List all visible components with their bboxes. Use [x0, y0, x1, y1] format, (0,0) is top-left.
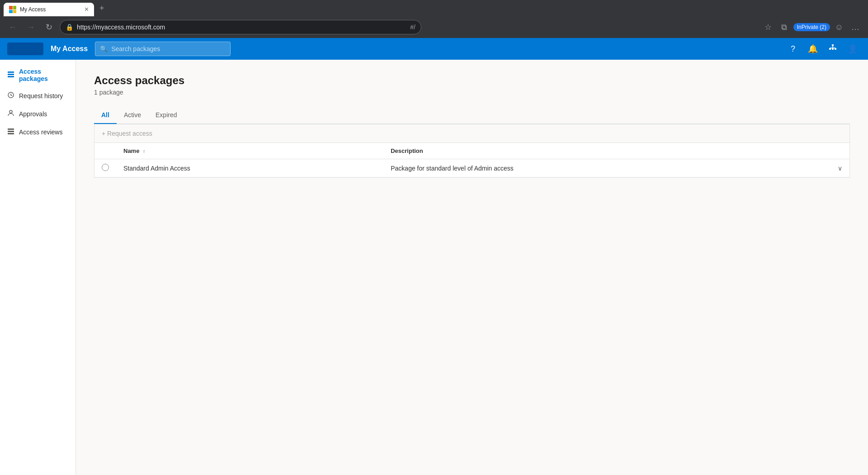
page-title: Access packages	[94, 74, 850, 87]
table-toolbar: + Request access	[94, 124, 849, 143]
tab-title: My Access	[20, 6, 81, 13]
new-tab-button[interactable]: +	[96, 2, 108, 15]
back-icon: ←	[9, 23, 17, 32]
table-row[interactable]: Standard Admin Access Package for standa…	[94, 159, 849, 177]
tabs-container: All Active Expired	[94, 107, 850, 124]
browser-toolbar: ← → ↻ 🔒 #/ ☆ ⧉ InPrivate (2) ☺	[0, 16, 868, 38]
row-description-cell: Package for standard level of Admin acce…	[383, 159, 849, 177]
column-select	[94, 143, 116, 159]
back-button[interactable]: ←	[5, 20, 20, 34]
sidebar-item-access-reviews-label: Access reviews	[19, 128, 62, 136]
toolbar-actions: ☆ ⧉ InPrivate (2) ☺ …	[761, 20, 863, 34]
tab-bar: My Access × +	[0, 0, 868, 16]
browser-window: My Access × + ← → ↻ 🔒 #/ ☆ ⧉ InPr	[0, 0, 868, 475]
app-logo	[7, 43, 43, 55]
column-name[interactable]: Name ↑	[116, 143, 383, 159]
search-input[interactable]	[111, 45, 226, 52]
url-hash: #/	[410, 24, 415, 31]
forward-icon: →	[27, 23, 35, 32]
lock-icon: 🔒	[66, 24, 73, 31]
user-icon: 👤	[848, 44, 858, 54]
packages-table: Name ↑ Description	[94, 143, 849, 177]
sidebar-item-access-packages-label: Access packages	[19, 68, 68, 82]
row-radio-button[interactable]	[102, 164, 109, 171]
access-reviews-icon	[7, 128, 14, 137]
sidebar: Access packages Request history	[0, 60, 76, 475]
refresh-button[interactable]: ↻	[42, 20, 56, 34]
tab-expired[interactable]: Expired	[148, 107, 184, 124]
svg-rect-0	[832, 44, 834, 46]
column-description: Description	[383, 143, 849, 159]
svg-rect-14	[8, 131, 14, 132]
svg-rect-8	[8, 76, 14, 77]
sidebar-item-request-history[interactable]: Request history	[0, 87, 75, 105]
tab-close-button[interactable]: ×	[85, 6, 89, 13]
access-packages-icon	[7, 71, 14, 80]
help-button[interactable]: ?	[785, 41, 801, 57]
bookmark-button[interactable]: ☆	[761, 20, 775, 34]
approvals-icon	[7, 109, 14, 119]
sidebar-item-request-history-label: Request history	[19, 92, 63, 100]
inprivate-badge[interactable]: InPrivate (2)	[793, 23, 830, 31]
table-header-row: Name ↑ Description	[94, 143, 849, 159]
svg-rect-6	[8, 71, 14, 73]
extensions-icon: ⧉	[781, 23, 787, 32]
notification-button[interactable]: 🔔	[805, 41, 821, 57]
tab-favicon	[9, 6, 16, 13]
emoji-button[interactable]: ☺	[832, 20, 846, 34]
help-icon: ?	[791, 44, 795, 54]
org-icon	[829, 44, 837, 54]
sidebar-item-approvals-label: Approvals	[19, 110, 47, 118]
tab-active[interactable]: Active	[117, 107, 148, 124]
emoji-icon: ☺	[835, 23, 843, 32]
packages-table-container: + Request access Name ↑	[94, 124, 850, 178]
header-right-actions: ? 🔔	[785, 41, 861, 57]
user-button[interactable]: 👤	[844, 41, 861, 57]
svg-rect-13	[8, 128, 14, 130]
row-expand-button[interactable]: ∨	[838, 165, 842, 172]
tab-all[interactable]: All	[94, 107, 117, 124]
request-history-icon	[7, 91, 14, 100]
refresh-icon: ↻	[46, 22, 52, 32]
app-header: My Access 🔍 ? 🔔	[0, 38, 868, 60]
browser-tab[interactable]: My Access ×	[4, 3, 94, 16]
name-sort-icon: ↑	[143, 148, 146, 154]
inprivate-label: InPrivate (2)	[797, 24, 826, 30]
notification-icon: 🔔	[808, 44, 818, 54]
more-icon: …	[851, 23, 859, 32]
app-body: Access packages Request history	[0, 60, 868, 475]
sidebar-item-access-packages[interactable]: Access packages	[0, 63, 75, 87]
request-access-button[interactable]: + Request access	[102, 128, 152, 139]
org-button[interactable]	[825, 41, 841, 57]
main-content: Access packages 1 package All Active Exp…	[76, 60, 868, 475]
row-name-cell: Standard Admin Access	[116, 159, 383, 177]
extensions-button[interactable]: ⧉	[777, 20, 792, 34]
more-button[interactable]: …	[848, 20, 863, 34]
search-icon: 🔍	[100, 45, 108, 52]
app-header-title: My Access	[51, 45, 88, 53]
sidebar-item-access-reviews[interactable]: Access reviews	[0, 123, 75, 141]
forward-button[interactable]: →	[24, 20, 38, 34]
svg-point-12	[9, 110, 12, 113]
address-bar[interactable]: 🔒 #/	[60, 20, 421, 34]
request-access-label: + Request access	[102, 130, 152, 137]
star-icon: ☆	[764, 22, 772, 32]
svg-rect-7	[8, 74, 14, 75]
header-search-box[interactable]: 🔍	[95, 42, 231, 56]
sidebar-item-approvals[interactable]: Approvals	[0, 105, 75, 123]
svg-rect-15	[8, 133, 14, 134]
app-container: My Access 🔍 ? 🔔	[0, 38, 868, 475]
url-input[interactable]	[77, 24, 406, 31]
page-subtitle: 1 package	[94, 89, 850, 96]
row-select-cell[interactable]	[94, 159, 116, 177]
